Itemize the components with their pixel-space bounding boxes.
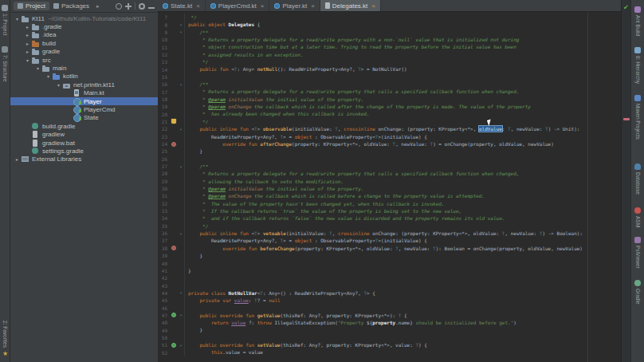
project-tree-item[interactable]: ▸.gradle [10, 22, 158, 30]
code-line[interactable]: 16▾ /** [158, 81, 621, 88]
code-line[interactable]: 28 * Returns a property delegate for a r… [158, 170, 621, 177]
editor-tab-delegates-kt[interactable]: Delegates.kt× [320, 0, 381, 11]
close-tab-icon[interactable]: × [371, 2, 375, 10]
code-line[interactable]: 35 */ [158, 222, 621, 230]
editor-tab-state-kt[interactable]: State.kt× [158, 0, 206, 11]
code-line[interactable]: 47▾ public override fun getValue(thisRef… [158, 312, 621, 319]
fold-marker-icon[interactable]: ▾ [178, 289, 185, 297]
fold-marker-icon[interactable]: ▾ [178, 125, 185, 132]
fold-marker-icon[interactable]: ▾ [178, 312, 185, 319]
inspection-ok-icon[interactable]: ✔ [623, 4, 629, 11]
project-tree-item[interactable]: ▸.idea [10, 31, 158, 39]
project-tree-item[interactable]: ▾net.println.kt11 [10, 81, 158, 89]
code-line[interactable]: 27▾ /** [158, 163, 621, 170]
tree-expanded-arrow-icon[interactable]: ▾ [34, 65, 41, 71]
code-line[interactable]: 36▾ public inline fun <T> vetoable(initi… [158, 230, 621, 237]
code-line[interactable]: 45 private var value: T? = null [158, 297, 621, 304]
tree-collapsed-arrow-icon[interactable]: ▸ [24, 32, 31, 37]
code-line[interactable]: 51▾ public override fun setValue(thisRef… [158, 341, 621, 348]
code-line[interactable]: 37 ReadWriteProperty<Any?, T> = object :… [158, 237, 621, 244]
project-tree-item[interactable]: gradlew [10, 130, 158, 138]
code-line[interactable]: 22▾ public inline fun <T> observable(ini… [158, 125, 621, 132]
tool-window-button-psi[interactable]: PsiViewer [634, 235, 641, 270]
code-line[interactable]: 25 } [158, 148, 621, 155]
code-line[interactable]: 38 override fun beforeChange(property: K… [158, 245, 621, 252]
project-tree-item[interactable]: Player [10, 97, 158, 105]
fold-marker-icon[interactable]: ▾ [178, 163, 185, 170]
code-line[interactable]: 24 override fun afterChange(property: KP… [158, 140, 621, 148]
tree-expanded-arrow-icon[interactable]: ▾ [14, 16, 21, 22]
code-line[interactable]: 9▾ /** [158, 29, 621, 36]
code-line[interactable]: 13 */ [158, 58, 621, 65]
project-tree-item[interactable]: ▸build [10, 39, 158, 47]
selected-word[interactable]: oldValue [479, 126, 502, 132]
project-tree-item[interactable]: ▾main [10, 64, 158, 72]
code-line[interactable]: 26 [158, 155, 621, 163]
code-line[interactable]: 8▾public object Delegates { [158, 21, 621, 28]
code-line[interactable]: 42 [158, 274, 621, 281]
project-tree-item[interactable]: ▸gradle [10, 48, 158, 56]
error-stripe[interactable]: ✔ [621, 0, 630, 362]
tool-window-button-maven[interactable]: Maven Projects [634, 93, 641, 141]
tool-window-button-ant[interactable]: Ant Build [634, 5, 641, 37]
code-line[interactable]: 17 * Returns a property delegate for a r… [158, 88, 621, 95]
locate-icon[interactable] [125, 3, 132, 10]
ovr-red-gutter-icon[interactable] [169, 142, 178, 147]
more-views-chevron-icon[interactable]: ▸ [96, 3, 100, 10]
tree-collapsed-arrow-icon[interactable]: ▸ [24, 41, 31, 46]
code-line[interactable]: 40 [158, 259, 621, 266]
code-line[interactable]: 10 * Returns a property delegate for a r… [158, 36, 621, 43]
tool-window-button-structure[interactable]: 7: Structure [2, 45, 8, 84]
fold-marker-icon[interactable]: ▾ [178, 341, 185, 348]
sync-icon[interactable] [116, 3, 122, 10]
code-line[interactable]: 30 * @param initialValue the initial val… [158, 185, 621, 192]
ovr-green-gutter-icon[interactable] [169, 343, 178, 348]
code-line[interactable]: 48 return value ?: throw IllegalStateExc… [158, 319, 621, 326]
editor-tab-player-kt[interactable]: Player.kt× [269, 0, 320, 11]
bulb-gutter-icon[interactable] [169, 119, 178, 124]
tool-window-button-favorites[interactable]: 2: Favorites★ [2, 319, 8, 359]
code-line[interactable]: 31 * @param onChange the callback which … [158, 192, 621, 199]
code-line[interactable]: 23 ReadWriteProperty<Any?, T> = object :… [158, 133, 621, 140]
code-line[interactable]: 39 } [158, 252, 621, 259]
code-line[interactable]: 32 * The value of the property hasn't be… [158, 200, 621, 207]
project-tree-item[interactable]: settings.gradle [10, 147, 158, 155]
code-line[interactable]: 49 } [158, 326, 621, 333]
code-line[interactable]: 43 [158, 281, 621, 289]
tool-window-button-database[interactable]: Database [634, 162, 641, 196]
fold-marker-icon[interactable]: ▾ [178, 21, 185, 28]
editor-pane[interactable]: State.kt×PlayerCmd.kt×Player.kt×Delegate… [158, 0, 621, 362]
project-tree-item[interactable]: ▾src [10, 56, 158, 64]
code-line[interactable]: 14 public fun <T: Any> notNull(): ReadWr… [158, 65, 621, 73]
hide-panel-icon[interactable] [148, 7, 155, 9]
fold-marker-icon[interactable]: ▾ [178, 230, 185, 237]
code-line[interactable]: 44▾private class NotNullVar<T: Any>() : … [158, 289, 621, 297]
project-tree-item[interactable]: PlayerCmd [10, 105, 158, 113]
fold-marker-icon[interactable]: ▾ [178, 81, 185, 88]
project-tree-item[interactable]: ▸External Libraries [10, 155, 158, 163]
stripe-selection-marker[interactable] [623, 118, 630, 120]
project-tree-item[interactable]: ▾Kt11~/Github/Kotlin-Tutorials/code/Kt11 [10, 14, 158, 22]
fold-marker-icon[interactable]: ▾ [178, 29, 185, 36]
project-tree-item[interactable]: gradlew.bat [10, 139, 158, 147]
code-line[interactable]: 18 * @param initialValue the initial val… [158, 96, 621, 103]
ovr-red-gutter-icon[interactable] [169, 246, 178, 250]
code-line[interactable]: 7 */ [158, 14, 621, 21]
tree-expanded-arrow-icon[interactable]: ▾ [24, 57, 31, 63]
code-line[interactable]: 15 [158, 73, 621, 81]
tool-window-button-project[interactable]: 1: Project [2, 3, 8, 37]
code-line[interactable]: 19 * @param onChange the callback which … [158, 103, 621, 110]
code-line[interactable]: 50 [158, 334, 621, 341]
tree-collapsed-arrow-icon[interactable]: ▸ [14, 156, 21, 162]
ovr-green-gutter-icon[interactable] [169, 313, 178, 317]
tree-collapsed-arrow-icon[interactable]: ▸ [24, 24, 31, 30]
tool-window-button-hierarchy[interactable]: 8: Hierarchy [634, 45, 641, 85]
code-line[interactable]: 34 * and if the callback returns `false`… [158, 214, 621, 222]
code-line[interactable]: 21 */ [158, 118, 621, 125]
code-line[interactable]: 20 * has already been changed when this … [158, 110, 621, 117]
code-line[interactable]: 29 * allowing the callback to veto the m… [158, 178, 621, 185]
code-line[interactable]: 41} [158, 267, 621, 274]
gear-icon[interactable] [139, 3, 145, 10]
close-tab-icon[interactable]: × [196, 2, 200, 10]
packages-tab[interactable]: Packages [49, 2, 93, 10]
